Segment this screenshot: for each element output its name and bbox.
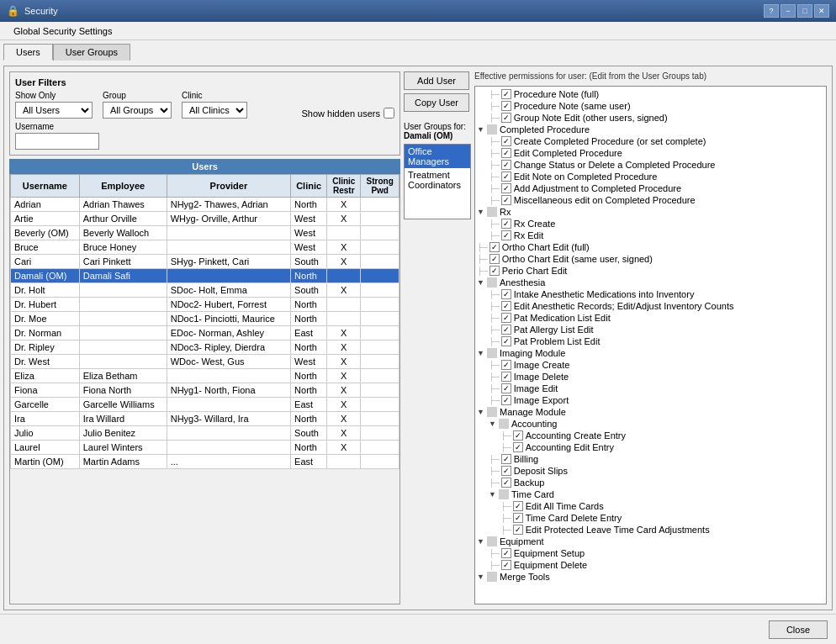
perm-checkbox[interactable]: ✓ bbox=[501, 478, 511, 488]
perm-checkbox[interactable]: ✓ bbox=[513, 430, 523, 441]
restore-button[interactable]: □ bbox=[797, 4, 812, 18]
perm-checkbox[interactable]: ✓ bbox=[501, 360, 511, 370]
perm-checkbox[interactable]: ✓ bbox=[501, 230, 511, 240]
table-row[interactable]: Dr. Norman EDoc- Norman, Ashley East X bbox=[11, 326, 399, 340]
group-select[interactable]: All Groups bbox=[103, 102, 172, 119]
show-hidden-checkbox[interactable] bbox=[384, 108, 394, 119]
perm-checkbox[interactable]: ✓ bbox=[489, 254, 500, 264]
permission-item: ├─ ✓ Equipment Setup bbox=[477, 547, 824, 559]
perm-checkbox[interactable]: ✓ bbox=[501, 301, 511, 311]
cell-clinic-restr: X bbox=[327, 198, 361, 212]
minimize-button[interactable]: − bbox=[780, 4, 796, 18]
perm-checkbox[interactable]: ✓ bbox=[501, 101, 511, 111]
category-icon bbox=[487, 207, 497, 217]
perm-checkbox[interactable]: ✓ bbox=[501, 395, 511, 405]
perm-checkbox[interactable]: ✓ bbox=[501, 289, 511, 299]
tree-lines: ├─ bbox=[489, 149, 500, 157]
table-row[interactable]: Artie Arthur Orville WHyg- Orville, Arth… bbox=[11, 212, 399, 226]
category-icon bbox=[487, 124, 497, 135]
table-row[interactable]: Adrian Adrian Thawes NHyg2- Thawes, Adri… bbox=[11, 198, 399, 212]
perm-checkbox[interactable]: ✓ bbox=[501, 454, 511, 464]
perm-checkbox[interactable]: ✓ bbox=[513, 513, 523, 523]
users-table-container[interactable]: Username Employee Provider Clinic Clinic… bbox=[9, 174, 400, 604]
cell-clinic: North bbox=[291, 198, 327, 212]
perm-checkbox[interactable]: ✓ bbox=[501, 466, 511, 476]
table-row[interactable]: Dr. Moe NDoc1- Pinciotti, Maurice North bbox=[11, 312, 399, 326]
perm-checkbox[interactable]: ✓ bbox=[501, 89, 511, 99]
user-groups-list[interactable]: Office ManagersTreatment Coordinators bbox=[404, 144, 471, 219]
perm-checkbox[interactable]: ✓ bbox=[501, 336, 511, 346]
permission-label: Procedure Note (same user) bbox=[514, 101, 631, 111]
perm-checkbox[interactable]: ✓ bbox=[501, 160, 511, 170]
perm-checkbox[interactable]: ✓ bbox=[501, 219, 511, 229]
perm-checkbox[interactable]: ✓ bbox=[501, 195, 511, 205]
table-row[interactable]: Julio Julio Benitez South X bbox=[11, 426, 399, 441]
cell-strong-pwd bbox=[361, 240, 399, 255]
left-panel: User Filters Show Only All Users Active … bbox=[9, 71, 400, 604]
permission-item: ├─ ✓ Image Delete bbox=[477, 371, 824, 383]
table-row[interactable]: Laurel Laurel Winters North X bbox=[11, 441, 399, 455]
permission-label: Image Edit bbox=[514, 383, 558, 393]
copy-user-button[interactable]: Copy User bbox=[404, 93, 469, 112]
table-row[interactable]: Beverly (OM) Beverly Walloch West bbox=[11, 226, 399, 240]
perm-checkbox[interactable]: ✓ bbox=[501, 113, 511, 123]
table-row[interactable]: Garcelle Garcelle Williams East X bbox=[11, 398, 399, 412]
cell-strong-pwd bbox=[361, 226, 399, 240]
user-groups-for-label: User Groups for: bbox=[404, 122, 471, 131]
perm-checkbox[interactable]: ✓ bbox=[501, 383, 511, 393]
cell-clinic: North bbox=[291, 383, 327, 398]
category-icon bbox=[499, 419, 509, 429]
table-row[interactable]: Martin (OM) Martin Adams ... East bbox=[11, 455, 399, 469]
cell-provider bbox=[167, 398, 290, 412]
tab-user-groups[interactable]: User Groups bbox=[53, 44, 130, 61]
perm-checkbox[interactable]: ✓ bbox=[501, 548, 511, 558]
add-user-button[interactable]: Add User bbox=[404, 71, 469, 90]
tab-users[interactable]: Users bbox=[3, 44, 53, 61]
perm-checkbox[interactable]: ✓ bbox=[489, 266, 500, 276]
perm-checkbox[interactable]: ✓ bbox=[501, 136, 511, 146]
tree-lines: ├─ bbox=[477, 243, 488, 251]
perm-checkbox[interactable]: ✓ bbox=[501, 560, 511, 570]
permission-label: Time Card bbox=[511, 489, 554, 499]
permissions-tree[interactable]: ├─ ✓ Procedure Note (full) ├─ ✓ Procedur… bbox=[474, 86, 827, 604]
table-row[interactable]: Bruce Bruce Honey West X bbox=[11, 240, 399, 255]
perm-checkbox[interactable]: ✓ bbox=[501, 325, 511, 335]
perm-checkbox[interactable]: ✓ bbox=[513, 525, 523, 535]
perm-checkbox[interactable]: ✓ bbox=[501, 372, 511, 382]
perm-checkbox[interactable]: ✓ bbox=[489, 242, 500, 252]
cell-clinic-restr: X bbox=[327, 369, 361, 383]
table-row[interactable]: Dr. Hubert NDoc2- Hubert, Forrest North bbox=[11, 298, 399, 312]
close-button[interactable]: Close bbox=[769, 620, 828, 639]
cell-clinic: West bbox=[291, 240, 327, 255]
table-row[interactable]: Damali (OM) Damali Safi North bbox=[11, 269, 399, 283]
tree-lines: ├─ bbox=[489, 561, 500, 569]
show-only-select[interactable]: All Users Active Users bbox=[15, 102, 93, 119]
permission-label: Anesthesia bbox=[500, 277, 545, 288]
table-row[interactable]: Cari Cari Pinkett SHyg- Pinkett, Cari So… bbox=[11, 255, 399, 269]
table-row[interactable]: Fiona Fiona North NHyg1- North, Fiona No… bbox=[11, 383, 399, 398]
permission-item: ├─ ✓ Intake Anesthetic Medications into … bbox=[477, 288, 824, 300]
table-row[interactable]: Dr. Holt SDoc- Holt, Emma South X bbox=[11, 283, 399, 298]
table-row[interactable]: Dr. Ripley NDoc3- Ripley, Dierdra North … bbox=[11, 340, 399, 355]
perm-checkbox[interactable]: ✓ bbox=[501, 313, 511, 323]
perm-checkbox[interactable]: ✓ bbox=[501, 183, 511, 193]
perm-checkbox[interactable]: ✓ bbox=[501, 148, 511, 158]
clinic-select[interactable]: All Clinics bbox=[182, 102, 247, 119]
group-label: Group bbox=[103, 91, 172, 100]
menu-global-security[interactable]: Global Security Settings bbox=[7, 24, 119, 38]
username-input[interactable] bbox=[15, 133, 99, 150]
perm-checkbox[interactable]: ✓ bbox=[513, 501, 523, 511]
close-window-button[interactable]: ✕ bbox=[814, 4, 829, 18]
group-item[interactable]: Treatment Coordinators bbox=[405, 168, 470, 192]
perm-checkbox[interactable]: ✓ bbox=[513, 442, 523, 452]
perm-checkbox[interactable]: ✓ bbox=[501, 172, 511, 182]
permission-item: ├─ ✓ Backup bbox=[477, 477, 824, 488]
permission-item: ├─ ✓ Image Edit bbox=[477, 383, 824, 394]
group-item[interactable]: Office Managers bbox=[405, 145, 470, 168]
cell-employee: Damali Safi bbox=[79, 269, 167, 283]
cell-username: Fiona bbox=[11, 383, 80, 398]
table-row[interactable]: Eliza Eliza Betham North X bbox=[11, 369, 399, 383]
table-row[interactable]: Dr. West WDoc- West, Gus West X bbox=[11, 355, 399, 369]
help-button[interactable]: ? bbox=[764, 4, 779, 18]
table-row[interactable]: Ira Ira Willard NHyg3- Willard, Ira Nort… bbox=[11, 412, 399, 426]
